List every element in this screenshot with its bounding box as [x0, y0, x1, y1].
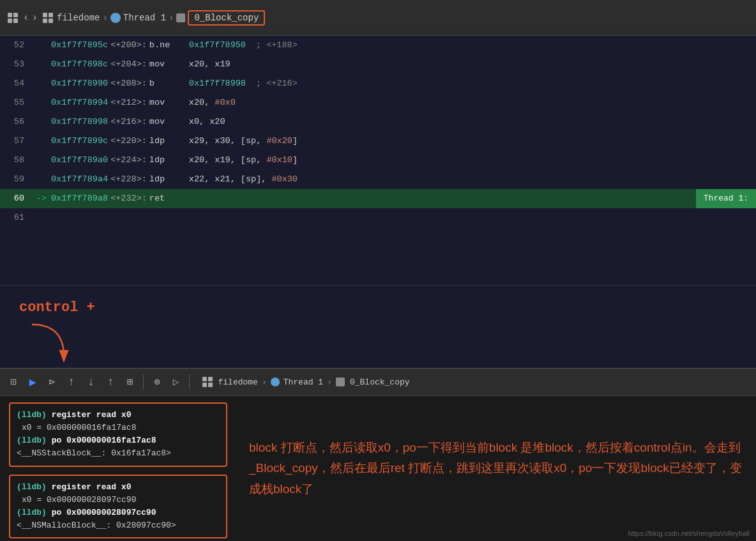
mnemonic-53: mov	[149, 55, 181, 74]
top-bar: ‹ › filedome › Thread 1 › 0_Block_copy	[0, 0, 756, 36]
block1-result: <__NSStackBlock__: 0x16fa17ac8>	[17, 447, 220, 460]
offset-55: <+212>:	[110, 93, 147, 112]
annotation-area: control +	[0, 285, 756, 368]
offset-58: <+224>:	[110, 151, 147, 170]
terminal-left: (lldb) register read x0 x0 = 0x000000016…	[0, 396, 236, 541]
block1-line3: (lldb) po 0x000000016fa17ac8	[17, 434, 220, 447]
terminal-block-2: (lldb) register read x0 x0 = 0x000000028…	[9, 475, 227, 539]
addr-55: 0x1f7f78994	[51, 93, 108, 112]
stop-button[interactable]: ⊡	[8, 374, 19, 390]
breadcrumb-file[interactable]: filedome	[57, 13, 100, 23]
mnemonic-58: ldp	[149, 151, 181, 170]
code-line-61: 61	[0, 208, 756, 227]
step-out-button[interactable]: ↓	[85, 374, 97, 390]
code-line-54: 54 0x1f7f78990 <+208>: b 0x1f7f78998 ; <…	[0, 74, 756, 93]
breadcrumb-thread[interactable]: Thread 1	[123, 13, 166, 23]
nav-arrows[interactable]: ‹ ›	[23, 12, 38, 24]
line-num-53: 53	[0, 55, 32, 74]
offset-60: <+232>:	[110, 189, 147, 208]
toolbar-file-icon	[202, 377, 213, 387]
terminal-block-1: (lldb) register read x0 x0 = 0x000000016…	[9, 402, 227, 467]
forward-arrow[interactable]: ›	[32, 12, 38, 24]
lldb-cmd-2: po 0x000000016fa17ac8	[52, 436, 156, 445]
comment-54: ; <+216>	[256, 74, 298, 93]
lldb-prompt-2: (lldb)	[17, 436, 47, 445]
mnemonic-57: ldp	[149, 132, 181, 151]
toolbar-breadcrumb-thread[interactable]: Thread 1	[284, 377, 323, 387]
line-num-56: 56	[0, 112, 32, 132]
thread-icon	[110, 13, 121, 23]
block1-line1: (lldb) register read x0	[17, 409, 220, 422]
send-button[interactable]: ▷	[170, 374, 182, 390]
mnemonic-56: mov	[149, 112, 181, 132]
offset-56: <+216>:	[110, 112, 147, 132]
operand-53: x20, x19	[189, 55, 231, 74]
back-arrow[interactable]: ‹	[23, 12, 29, 24]
comment-52: ; <+188>	[256, 36, 298, 55]
addr-58: 0x1f7f789a0	[51, 151, 108, 170]
mnemonic-60: ret	[149, 189, 181, 208]
top-breadcrumb: filedome › Thread 1 › 0_Block_copy	[43, 10, 265, 26]
operand-59: x22, x21, [sp], #0x30	[189, 170, 298, 189]
toolbar-divider	[143, 374, 144, 390]
code-line-52: 52 0x1f7f7895c <+200>: b.ne 0x1f7f78950 …	[0, 36, 756, 55]
toolbar-divider2	[189, 374, 190, 390]
frame-nav-button[interactable]: ⊞	[125, 374, 136, 390]
watermark: https://blog.csdn.net/shengdaVolleyball	[628, 530, 750, 537]
control-plus-label: control +	[19, 300, 95, 316]
block1-val: x0 = 0x000000016fa17ac8	[17, 422, 220, 434]
line-num-58: 58	[0, 151, 32, 170]
code-line-53: 53 0x1f7f7898c <+204>: mov x20, x19	[0, 55, 756, 74]
toolbar-breadcrumb-function[interactable]: 0_Block_copy	[350, 377, 410, 387]
continue-button[interactable]: ▶	[27, 374, 39, 390]
code-line-58: 58 0x1f7f789a0 <+224>: ldp x20, x19, [sp…	[0, 151, 756, 170]
offset-59: <+228>:	[110, 170, 147, 189]
operand-57: x29, x30, [sp, #0x20]	[189, 132, 298, 151]
operand-58: x20, x19, [sp, #0x10]	[189, 151, 298, 170]
toolbar-sep1: ›	[262, 377, 267, 387]
operand-54: 0x1f7f78998	[189, 74, 246, 93]
code-line-60: 60 -> 0x1f7f789a8 <+232>: ret Thread 1:	[0, 189, 756, 208]
operand-52: 0x1f7f78950	[189, 36, 246, 55]
toolbar-gear-icon	[336, 377, 345, 386]
addr-52: 0x1f7f7895c	[51, 36, 108, 55]
code-line-55: 55 0x1f7f78994 <+212>: mov x20, #0x0	[0, 93, 756, 112]
toolbar-sep2: ›	[327, 377, 332, 387]
thread-badge: Thread 1:	[696, 189, 756, 208]
step-in-button[interactable]: ↑	[65, 374, 77, 390]
toolbar-breadcrumb-file[interactable]: filedome	[218, 377, 257, 387]
addr-60: 0x1f7f789a8	[51, 189, 108, 208]
addr-57: 0x1f7f7899c	[51, 132, 108, 151]
offset-57: <+220>:	[110, 132, 147, 151]
block2-line1: (lldb) register read x0	[17, 481, 220, 494]
toolbar: ⊡ ▶ ⊳ ↑ ↓ ↑ ⊞ ⊗ ▷ filedome › Thread 1 › …	[0, 368, 756, 396]
line-num-54: 54	[0, 74, 32, 93]
line-num-57: 57	[0, 132, 32, 151]
share-button[interactable]: ⊗	[151, 374, 163, 390]
line-num-52: 52	[0, 36, 32, 55]
offset-54: <+208>:	[110, 74, 147, 93]
code-line-56: 56 0x1f7f78998 <+216>: mov x0, x20	[0, 112, 756, 132]
line-num-60: 60	[0, 189, 32, 208]
lldb-prompt-3: (lldb)	[17, 482, 47, 492]
code-line-57: 57 0x1f7f7899c <+220>: ldp x29, x30, [sp…	[0, 132, 756, 151]
line-num-59: 59	[0, 170, 32, 189]
step-over-button[interactable]: ⊳	[46, 374, 57, 390]
file-icon	[43, 13, 53, 23]
lldb-prompt-4: (lldb)	[17, 508, 47, 517]
operand-56: x0, x20	[189, 112, 225, 132]
breadcrumb-function[interactable]: 0_Block_copy	[188, 10, 265, 26]
step-up-button[interactable]: ↑	[105, 374, 117, 390]
offset-52: <+200>:	[110, 36, 147, 55]
block2-val: x0 = 0x000000028097cc90	[17, 494, 220, 507]
toolbar-thread-icon	[271, 377, 280, 386]
lldb-cmd-1: register read x0	[52, 410, 132, 420]
line-arrow-60: ->	[32, 189, 51, 208]
offset-53: <+204>:	[110, 55, 147, 74]
line-num-61: 61	[0, 208, 32, 227]
toolbar-breadcrumb: filedome › Thread 1 › 0_Block_copy	[202, 377, 409, 387]
block2-line3: (lldb) po 0x000000028097cc90	[17, 507, 220, 519]
addr-56: 0x1f7f78998	[51, 112, 108, 132]
lldb-prompt-1: (lldb)	[17, 410, 47, 420]
operand-55: x20, #0x0	[189, 93, 236, 112]
